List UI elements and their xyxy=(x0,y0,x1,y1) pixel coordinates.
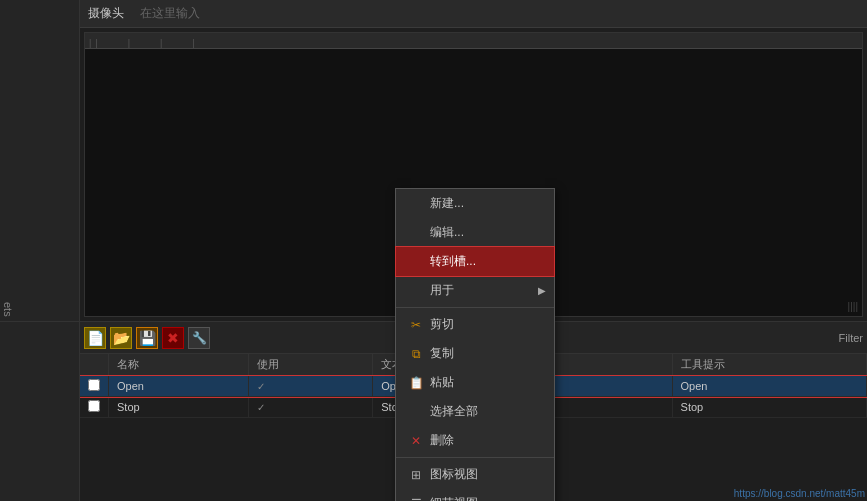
ruler-top: | | | | | xyxy=(85,33,862,49)
submenu-arrow: ▶ xyxy=(538,285,546,296)
row-name-open: Open xyxy=(109,376,249,397)
context-menu-cut-label: 剪切 xyxy=(430,316,454,333)
context-menu-delete[interactable]: ✕ 删除 xyxy=(396,426,554,455)
open-file-icon: 📂 xyxy=(113,330,130,346)
row-checkbox-stop[interactable] xyxy=(80,397,109,418)
content-area: 摄像头 在这里输入 | | | | | |||| xyxy=(80,0,867,501)
col-checkbox xyxy=(80,354,109,376)
context-menu-selectall[interactable]: 选择全部 xyxy=(396,397,554,426)
context-menu-delete-label: 删除 xyxy=(430,432,454,449)
context-menu-goto-label: 转到槽... xyxy=(430,253,476,270)
checkmark-open: ✓ xyxy=(257,381,265,392)
row-use-stop: ✓ xyxy=(248,397,372,418)
toolbar-filter: Filter xyxy=(839,332,863,344)
filter-label: Filter xyxy=(839,332,863,344)
save-icon: 💾 xyxy=(139,330,156,346)
context-menu-paste-label: 粘贴 xyxy=(430,374,454,391)
save-button[interactable]: 💾 xyxy=(136,327,158,349)
delete-btn-icon: ✖ xyxy=(167,330,179,346)
row-tooltip-stop: Stop xyxy=(672,397,866,418)
context-menu-cut[interactable]: ✂ 剪切 xyxy=(396,310,554,339)
context-menu: 新建... 编辑... 转到槽... 用于 ▶ xyxy=(395,188,555,501)
ruler-tick-3: | xyxy=(128,38,130,48)
selectall-icon xyxy=(408,404,424,420)
col-tooltip: 工具提示 xyxy=(672,354,866,376)
context-menu-usefor-label: 用于 xyxy=(430,282,454,299)
context-menu-divider-2 xyxy=(396,457,554,458)
row-tooltip-open: Open xyxy=(672,376,866,397)
camera-label: 摄像头 xyxy=(88,5,124,22)
sidebar-ets-label: ets xyxy=(0,298,79,321)
usefor-icon xyxy=(408,283,424,299)
context-menu-new[interactable]: 新建... xyxy=(396,189,554,218)
checkbox-stop[interactable] xyxy=(88,400,100,412)
context-menu-detailview[interactable]: ☰ 细节视图 xyxy=(396,489,554,501)
paste-icon: 📋 xyxy=(408,375,424,391)
open-file-button[interactable]: 📂 xyxy=(110,327,132,349)
context-menu-edit-label: 编辑... xyxy=(430,224,464,241)
context-menu-detailview-label: 细节视图 xyxy=(430,495,478,501)
col-use: 使用 xyxy=(248,354,372,376)
row-use-open: ✓ xyxy=(248,376,372,397)
editor-canvas: | | | | | |||| 新建... xyxy=(84,32,863,317)
context-menu-edit[interactable]: 编辑... xyxy=(396,218,554,247)
ruler-tick-1: | xyxy=(89,38,91,48)
copy-icon: ⧉ xyxy=(408,346,424,362)
context-menu-selectall-label: 选择全部 xyxy=(430,403,478,420)
col-name: 名称 xyxy=(109,354,249,376)
ruler-tick-2: | xyxy=(95,38,97,48)
new-icon xyxy=(408,196,424,212)
edit-icon xyxy=(408,225,424,241)
editor-input-placeholder[interactable]: 在这里输入 xyxy=(140,5,200,22)
new-file-icon: 📄 xyxy=(87,330,104,346)
left-sidebar: ets xyxy=(0,0,80,501)
settings-icon: 🔧 xyxy=(192,331,207,345)
goto-icon xyxy=(408,254,424,270)
context-menu-copy-label: 复制 xyxy=(430,345,454,362)
main-container: ets 摄像头 在这里输入 | | | | | |||| xyxy=(0,0,867,501)
watermark: https://blog.csdn.net/matt45m xyxy=(734,488,865,499)
delete-icon: ✕ xyxy=(408,433,424,449)
context-menu-usefor[interactable]: 用于 ▶ xyxy=(396,276,554,305)
row-checkbox-open[interactable] xyxy=(80,376,109,397)
scissors-icon: ✂ xyxy=(408,317,424,333)
context-menu-copy[interactable]: ⧉ 复制 xyxy=(396,339,554,368)
context-menu-goto[interactable]: 转到槽... xyxy=(396,247,554,276)
ruler-tick-4: | xyxy=(160,38,162,48)
context-menu-paste[interactable]: 📋 粘贴 xyxy=(396,368,554,397)
delete-button[interactable]: ✖ xyxy=(162,327,184,349)
editor-topbar: 摄像头 在这里输入 xyxy=(80,0,867,28)
detailview-icon: ☰ xyxy=(408,496,424,502)
context-menu-iconview-label: 图标视图 xyxy=(430,466,478,483)
checkbox-open[interactable] xyxy=(88,379,100,391)
context-menu-new-label: 新建... xyxy=(430,195,464,212)
row-name-stop: Stop xyxy=(109,397,249,418)
settings-button[interactable]: 🔧 xyxy=(188,327,210,349)
checkmark-stop: ✓ xyxy=(257,402,265,413)
iconview-icon: ⊞ xyxy=(408,467,424,483)
canvas-corner-marks: |||| xyxy=(848,301,858,312)
new-file-button[interactable]: 📄 xyxy=(84,327,106,349)
context-menu-iconview[interactable]: ⊞ 图标视图 xyxy=(396,460,554,489)
ruler-tick-5: | xyxy=(192,38,194,48)
context-menu-divider-1 xyxy=(396,307,554,308)
